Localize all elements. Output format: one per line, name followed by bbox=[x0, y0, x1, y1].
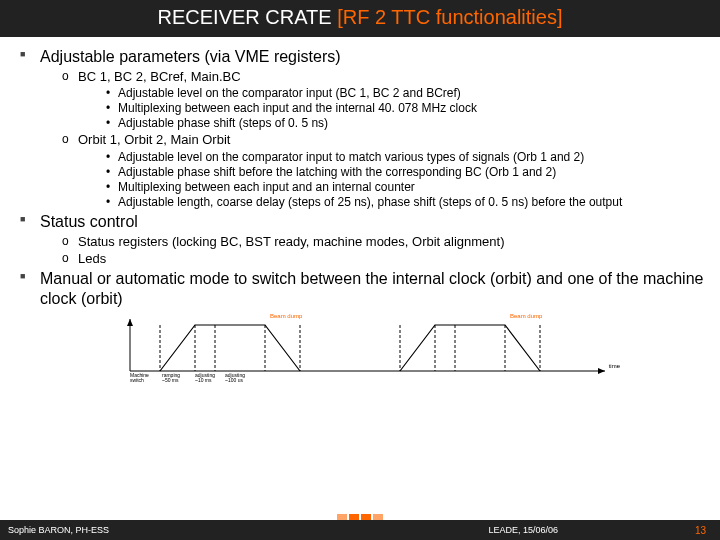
bc-bullet-phase: Adjustable phase shift (steps of 0. 5 ns… bbox=[106, 116, 706, 131]
group-orbit-heading: Orbit 1, Orbit 2, Main Orbit bbox=[78, 132, 230, 147]
label-adjusting-10: adjusting ~10 ms bbox=[195, 373, 215, 383]
status-registers: Status registers (locking BC, BST ready,… bbox=[62, 234, 706, 250]
section-manual-auto-mode: Manual or automatic mode to switch betwe… bbox=[40, 269, 706, 309]
label-adjusting-100: adjusting ~100 us bbox=[225, 373, 245, 383]
svg-marker-3 bbox=[127, 319, 133, 326]
group-bc-heading: BC 1, BC 2, BCref, Main.BC bbox=[78, 69, 241, 84]
label-machine-switch: Machine switch bbox=[130, 373, 149, 383]
title-prefix: RECEIVER CRATE bbox=[158, 6, 338, 28]
orbit-bullet-level: Adjustable level on the comparator input… bbox=[106, 150, 706, 165]
label-ramping: ramping ~50 ms bbox=[162, 373, 180, 383]
bc-bullet-level: Adjustable level on the comparator input… bbox=[106, 86, 706, 101]
footer-mid: LEADE, 15/06/06 bbox=[351, 525, 694, 535]
label-beam-dump-2: Beam dump bbox=[510, 313, 542, 321]
slide: RECEIVER CRATE [RF 2 TTC functionalities… bbox=[0, 0, 720, 540]
bc-bullet-mux: Multiplexing between each input and the … bbox=[106, 101, 706, 116]
footer-page-number: 13 bbox=[695, 525, 712, 536]
svg-marker-1 bbox=[598, 368, 605, 374]
label-beam-dump-1: Beam dump bbox=[270, 313, 302, 321]
timing-diagram: Beam dump Beam dump time Machine switch … bbox=[100, 313, 620, 383]
content: Adjustable parameters (via VME registers… bbox=[0, 37, 720, 540]
orbit-bullet-length: Adjustable length, coarse delay (steps o… bbox=[106, 195, 706, 210]
title-suffix: [RF 2 TTC functionalities] bbox=[337, 6, 562, 28]
orbit-bullet-phase: Adjustable phase shift before the latchi… bbox=[106, 165, 706, 180]
status-leds: Leds bbox=[62, 251, 706, 267]
footer: Sophie BARON, PH-ESS LEADE, 15/06/06 13 bbox=[0, 520, 720, 540]
orbit-bullet-mux: Multiplexing between each input and an i… bbox=[106, 180, 706, 195]
section-adjustable-params: Adjustable parameters (via VME registers… bbox=[40, 47, 706, 67]
section-status-control: Status control bbox=[40, 212, 706, 232]
footer-author: Sophie BARON, PH-ESS bbox=[8, 525, 351, 535]
title-bar: RECEIVER CRATE [RF 2 TTC functionalities… bbox=[0, 0, 720, 37]
axis-time-label: time bbox=[609, 363, 620, 371]
